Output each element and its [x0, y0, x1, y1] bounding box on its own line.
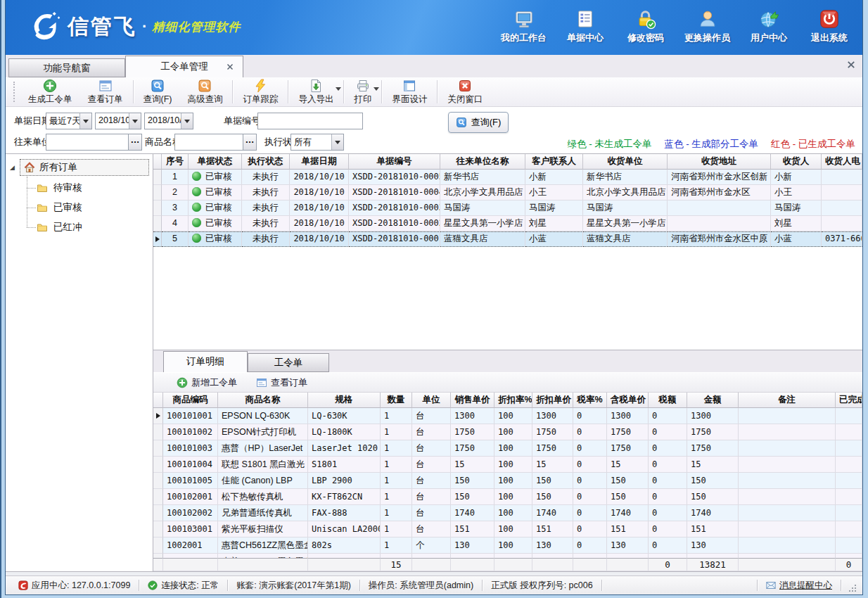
orders-column-header[interactable]: 序号 — [162, 154, 189, 170]
orders-column-header[interactable]: 往来单位名称 — [440, 154, 525, 170]
header-action-my-workbench[interactable]: 我的工作台 — [501, 8, 547, 44]
product-input[interactable] — [174, 134, 243, 151]
items-column-header[interactable]: 商品编码 — [163, 393, 218, 408]
items-column-header[interactable]: 销售单价 — [451, 393, 494, 408]
items-cell: 150 — [687, 489, 739, 505]
header-action-switch-operator[interactable]: 更换操作员 — [684, 8, 730, 44]
tree-expander-icon[interactable]: ◢ — [10, 164, 18, 171]
orders-column-header[interactable]: 单据日期 — [290, 154, 349, 170]
chevron-down-icon[interactable] — [129, 113, 141, 129]
tab-nav-window[interactable]: 功能导航窗 — [8, 58, 125, 77]
toolbar-drag-handle[interactable] — [13, 82, 17, 102]
toolbar-button-ui-design[interactable]: 界面设计 — [384, 77, 435, 106]
tree-item[interactable]: 已红冲 — [37, 217, 153, 237]
items-row[interactable]: 100102001松下热敏传真机KX-FT862CN1台150100150015… — [153, 489, 862, 505]
items-row[interactable]: 1002001惠普CH561ZZ黑色墨盒802s1个13010013001300… — [153, 537, 862, 554]
toolbar-button-advanced-query[interactable]: 高级查询 — [179, 77, 230, 106]
items-column-header[interactable]: 数量 — [381, 393, 412, 408]
row-marker-icon — [155, 236, 160, 242]
orders-row[interactable]: 2已审核未执行2018/10/10XSDD-20181010-0004北京小学文… — [153, 185, 862, 201]
orders-column-header[interactable]: 单据状态 — [189, 154, 242, 170]
orders-column-header[interactable]: 客户联系人 — [525, 154, 583, 170]
items-row[interactable]: 100101004联想 S1801 黑白激光S18011台15100150150… — [153, 457, 862, 473]
items-column-header[interactable]: 折扣单价 — [532, 393, 573, 408]
orders-row[interactable]: 4已审核未执行2018/10/10XSDD-20181010-0002星星文具第… — [153, 216, 862, 231]
items-column-header[interactable]: 备注 — [739, 393, 836, 408]
items-column-header[interactable]: 含税单价 — [607, 393, 649, 408]
chevron-down-icon[interactable] — [374, 87, 379, 91]
partner-browse-button[interactable]: … — [128, 134, 142, 151]
chevron-down-icon[interactable] — [336, 87, 341, 91]
toolbar-button-close-window[interactable]: 关闭窗口 — [440, 77, 490, 106]
detail-toolbar-button-add-workorder[interactable]: 新增工令单 — [170, 376, 244, 389]
orders-row[interactable]: 1已审核未执行2018/10/10XSDD-20181010-0005新华书店小… — [153, 170, 862, 185]
date-from-select[interactable]: 2018/10/3 — [95, 113, 141, 129]
items-row[interactable]: 100103001紫光平板扫描仪Uniscan LA20001台15110015… — [153, 521, 862, 537]
items-cell: LQ-630K — [308, 408, 381, 424]
partner-input[interactable] — [46, 134, 129, 151]
orders-column-header[interactable]: 收货人电 — [822, 154, 862, 170]
items-cell: 151 — [451, 521, 494, 537]
detail-toolbar-button-view-order-detail[interactable]: 查看订单 — [249, 376, 314, 389]
tree-root-box[interactable]: 所有订单 — [20, 159, 149, 176]
toolbar-button-view-order[interactable]: 查看订单 — [80, 77, 131, 106]
items-row[interactable]: 100102002兄弟普通纸传真机FAX-8881台17401001740017… — [153, 505, 862, 521]
product-browse-button[interactable]: … — [243, 134, 257, 151]
items-column-header[interactable]: 税率% — [573, 393, 607, 408]
orders-column-header[interactable]: 收货单位 — [583, 154, 668, 170]
toolbar-button-import-export[interactable]: 导入导出 — [291, 77, 341, 106]
toolbar-button-print[interactable]: 打印 — [346, 77, 379, 106]
items-column-header[interactable]: 金额 — [687, 393, 739, 408]
items-row[interactable]: 100101001EPSON LQ-630KLQ-630K1台130010013… — [153, 408, 862, 424]
tab-order-detail[interactable]: 订单明细 — [163, 351, 248, 372]
header-action-document-center[interactable]: 单据中心 — [563, 8, 607, 44]
items-row[interactable]: 100101005佳能 (Canon) LBPLBP 29001台1501001… — [153, 473, 862, 489]
toolbar-button-query[interactable]: 查询(F) — [136, 77, 180, 106]
items-cell: 100102001 — [163, 489, 218, 505]
items-column-header[interactable]: 商品名称 — [218, 393, 308, 408]
message-center-link[interactable]: 消息提醒中心 — [779, 580, 832, 592]
exec-status-select[interactable]: 所有 — [291, 134, 344, 151]
plus-circle-icon — [177, 377, 188, 388]
items-column-header[interactable]: 单位 — [412, 393, 451, 408]
statusbar-message-center[interactable]: 消息提醒中心 — [758, 580, 841, 592]
document-list-icon — [575, 8, 596, 30]
tree-item[interactable]: 已审核 — [37, 198, 153, 217]
date-to-select[interactable]: 2018/10/10 — [144, 113, 193, 129]
tree-item-all-orders[interactable]: ◢所有订单 — [6, 159, 153, 176]
tab-workorder[interactable]: 工令单 — [248, 353, 329, 372]
items-cell: 台 — [412, 473, 451, 489]
orders-row[interactable]: 3已审核未执行2018/10/10XSDD-20181010-0003马国涛马国… — [153, 201, 862, 216]
tabstrip-close-icon[interactable] — [847, 61, 855, 69]
tree-item[interactable]: 待审核 — [37, 178, 153, 198]
orders-cell: 星星文具第一小学店 — [583, 216, 668, 231]
tab-workorder-management[interactable]: 工令单管理 — [125, 56, 243, 77]
chevron-down-icon[interactable] — [79, 113, 91, 129]
toolbar-button-create-workorder[interactable]: 生成工令单 — [20, 77, 80, 106]
items-column-header[interactable]: 税额 — [649, 393, 687, 408]
items-summary-row: 150138210 — [153, 558, 862, 571]
items-column-header[interactable]: 折扣率% — [494, 393, 532, 408]
orders-column-header[interactable]: 单据编号 — [349, 154, 440, 170]
orders-column-header[interactable]: 收货人 — [771, 154, 822, 170]
tab-label: 订单明细 — [186, 356, 224, 367]
header-action-change-password[interactable]: 修改密码 — [624, 8, 668, 44]
query-button[interactable]: 查询(F) — [448, 112, 509, 133]
items-column-header[interactable]: 规格 — [308, 393, 381, 408]
toolbar-button-order-tracking[interactable]: 订单跟踪 — [235, 77, 286, 106]
toolbar-button-label: 查询(F) — [143, 94, 172, 106]
items-row[interactable]: 100101002EPSON针式打印机LQ-1800K1台17501001750… — [153, 424, 862, 440]
chevron-down-icon[interactable] — [181, 113, 193, 129]
orders-column-header[interactable]: 收货地址 — [668, 154, 771, 170]
chevron-down-icon[interactable] — [331, 134, 343, 150]
orders-column-header[interactable]: 执行状态 — [242, 154, 290, 170]
items-row[interactable]: 100101003惠普（HP）LaserJetLaserJet 10201台17… — [153, 440, 862, 457]
order-code-input[interactable] — [257, 113, 363, 129]
header-action-user-center[interactable]: 用户中心 — [747, 8, 791, 44]
tab-close-icon[interactable] — [226, 63, 234, 70]
orders-row[interactable]: 5已审核未执行2018/10/10XSDD-20181010-0001蓝猫文具店… — [153, 231, 862, 247]
date-range-select[interactable]: 最近7天 — [46, 113, 92, 129]
items-cell: 1750 — [607, 424, 649, 440]
items-column-header[interactable]: 已完成 — [836, 393, 862, 408]
header-action-exit-system[interactable]: 退出系统 — [808, 8, 851, 44]
